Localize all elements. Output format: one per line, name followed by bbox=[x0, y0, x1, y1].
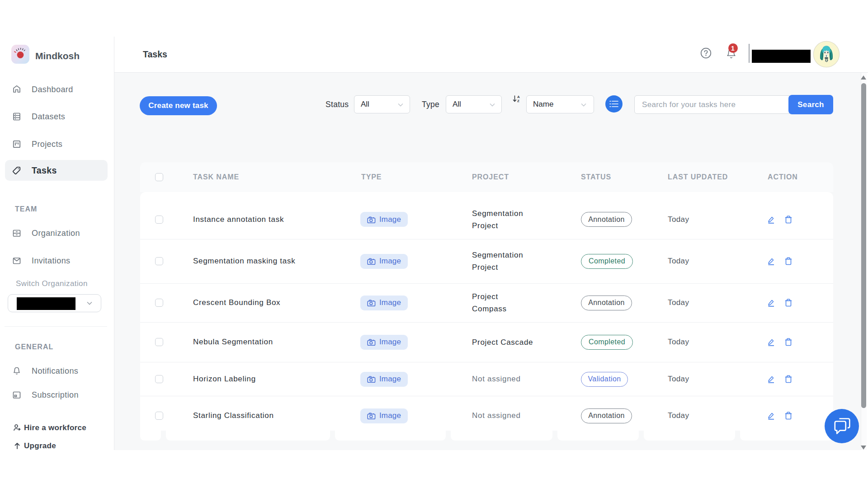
svg-text:Z: Z bbox=[517, 99, 519, 103]
svg-text:A: A bbox=[517, 95, 520, 99]
